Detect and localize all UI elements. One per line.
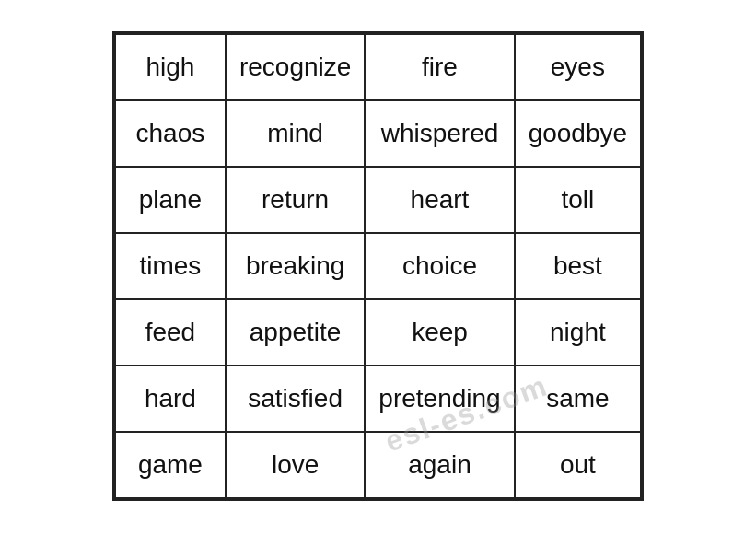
table-cell: return [226, 167, 365, 233]
table-cell: high [115, 34, 226, 100]
table-cell: eyes [515, 34, 641, 100]
table-cell: chaos [115, 100, 226, 167]
table-cell: love [226, 432, 365, 498]
table-cell: toll [515, 167, 641, 233]
table-cell: night [515, 299, 641, 366]
table-cell: out [515, 432, 641, 498]
table-cell: goodbye [515, 100, 641, 167]
table-cell: best [515, 233, 641, 299]
table-cell: fire [365, 34, 514, 100]
table-cell: again [365, 432, 514, 498]
table-cell: plane [115, 167, 226, 233]
table-cell: pretending [365, 366, 514, 432]
table-cell: choice [365, 233, 514, 299]
table-cell: hard [115, 366, 226, 432]
table-cell: heart [365, 167, 514, 233]
table-cell: recognize [226, 34, 365, 100]
table-cell: whispered [365, 100, 514, 167]
word-grid: highrecognizefireeyeschaosmindwhisperedg… [112, 31, 644, 501]
table-cell: same [515, 366, 641, 432]
table-cell: times [115, 233, 226, 299]
table-cell: feed [115, 299, 226, 366]
table-cell: breaking [226, 233, 365, 299]
table-cell: mind [226, 100, 365, 167]
table-cell: satisfied [226, 366, 365, 432]
table-cell: keep [365, 299, 514, 366]
table-cell: game [115, 432, 226, 498]
table-cell: appetite [226, 299, 365, 366]
